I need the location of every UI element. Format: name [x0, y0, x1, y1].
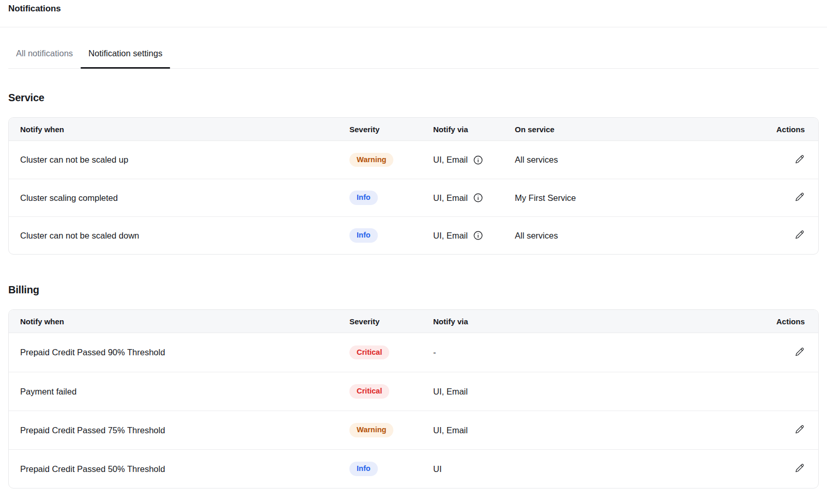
severity-badge-critical: Critical — [349, 345, 389, 360]
edit-pencil-button[interactable] — [793, 191, 806, 203]
billing-notifications-table: Notify whenSeverityNotify viaActionsPrep… — [8, 309, 819, 489]
notify-when-cell: Prepaid Credit Passed 90% Threshold — [9, 333, 338, 372]
on-service-cell: All services — [503, 216, 738, 254]
severity-badge-info: Info — [349, 191, 378, 205]
table-header-row: Notify whenSeverityNotify viaOn serviceA… — [9, 118, 818, 141]
column-header-notify-when: Notify when — [9, 118, 338, 141]
info-icon[interactable] — [473, 155, 483, 165]
info-icon[interactable] — [473, 230, 483, 241]
notify-via-cell: UI, Email — [422, 216, 503, 254]
severity-cell: Critical — [338, 372, 422, 411]
table-row: Prepaid Credit Passed 75% ThresholdWarni… — [9, 411, 818, 449]
column-header-notify-via: Notify via — [422, 118, 503, 141]
actions-cell — [738, 141, 818, 179]
notify-when-cell: Prepaid Credit Passed 50% Threshold — [9, 449, 338, 488]
notify-via-cell: UI — [422, 449, 756, 488]
edit-pencil-button[interactable] — [793, 462, 806, 475]
severity-badge-warning: Warning — [349, 153, 393, 167]
table-header-row: Notify whenSeverityNotify viaActions — [9, 310, 818, 333]
notify-via-cell: UI, Email — [422, 411, 756, 449]
notify-when-cell: Cluster can not be scaled up — [9, 141, 338, 179]
table-row: Cluster scaling completedInfoUI, EmailMy… — [9, 179, 818, 216]
service-notifications-table: Notify whenSeverityNotify viaOn serviceA… — [8, 117, 819, 255]
notify-via-cell: UI, Email — [422, 141, 503, 179]
notify-when-cell: Payment failed — [9, 372, 338, 411]
section-title-billing: Billing — [0, 284, 827, 296]
severity-badge-info: Info — [349, 228, 378, 243]
column-header-on-service: On service — [503, 118, 738, 141]
notify-when-cell: Cluster can not be scaled down — [9, 216, 338, 254]
notify-via-cell: UI, Email — [422, 372, 756, 411]
notify-via-cell: UI, Email — [422, 179, 503, 216]
severity-badge-warning: Warning — [349, 423, 393, 437]
empty-actions-cell — [756, 372, 818, 411]
severity-badge-info: Info — [349, 462, 378, 476]
column-header-actions: Actions — [756, 310, 818, 333]
tab-notification-settings[interactable]: Notification settings — [81, 49, 170, 68]
table-row: Cluster can not be scaled downInfoUI, Em… — [9, 216, 818, 254]
actions-cell — [738, 179, 818, 216]
notify-when-cell: Cluster scaling completed — [9, 179, 338, 216]
column-header-notify-when: Notify when — [9, 310, 338, 333]
info-icon[interactable] — [473, 193, 483, 203]
column-header-actions: Actions — [738, 118, 818, 141]
table-row: Prepaid Credit Passed 90% ThresholdCriti… — [9, 333, 818, 372]
section-title-service: Service — [0, 92, 827, 104]
notifications-tab-bar: All notifications Notification settings — [8, 49, 819, 69]
actions-cell — [756, 333, 818, 372]
column-header-severity: Severity — [338, 118, 422, 141]
edit-pencil-button[interactable] — [793, 346, 806, 358]
severity-cell: Warning — [338, 411, 422, 449]
header-divider — [0, 27, 827, 27]
tab-all-notifications[interactable]: All notifications — [8, 49, 81, 68]
severity-cell: Warning — [338, 141, 422, 179]
actions-cell — [756, 411, 818, 449]
notify-via-text: UI, Email — [433, 155, 468, 165]
on-service-cell: All services — [503, 141, 738, 179]
notify-when-cell: Prepaid Credit Passed 75% Threshold — [9, 411, 338, 449]
severity-cell: Info — [338, 216, 422, 254]
severity-cell: Info — [338, 179, 422, 216]
edit-pencil-button[interactable] — [793, 153, 806, 166]
notify-via-text: UI, Email — [433, 231, 468, 241]
edit-pencil-button[interactable] — [793, 229, 806, 241]
table-row: Cluster can not be scaled upWarningUI, E… — [9, 141, 818, 179]
edit-pencil-button[interactable] — [793, 423, 806, 436]
severity-badge-critical: Critical — [349, 384, 389, 399]
on-service-cell: My First Service — [503, 179, 738, 216]
notify-via-text: UI, Email — [433, 193, 468, 203]
severity-cell: Critical — [338, 333, 422, 372]
actions-cell — [756, 449, 818, 488]
column-header-severity: Severity — [338, 310, 422, 333]
notify-via-cell: - — [422, 333, 756, 372]
table-row: Prepaid Credit Passed 50% ThresholdInfoU… — [9, 449, 818, 488]
page-title: Notifications — [0, 0, 827, 14]
column-header-notify-via: Notify via — [422, 310, 756, 333]
actions-cell — [738, 216, 818, 254]
table-row: Payment failedCriticalUI, Email — [9, 372, 818, 411]
severity-cell: Info — [338, 449, 422, 488]
